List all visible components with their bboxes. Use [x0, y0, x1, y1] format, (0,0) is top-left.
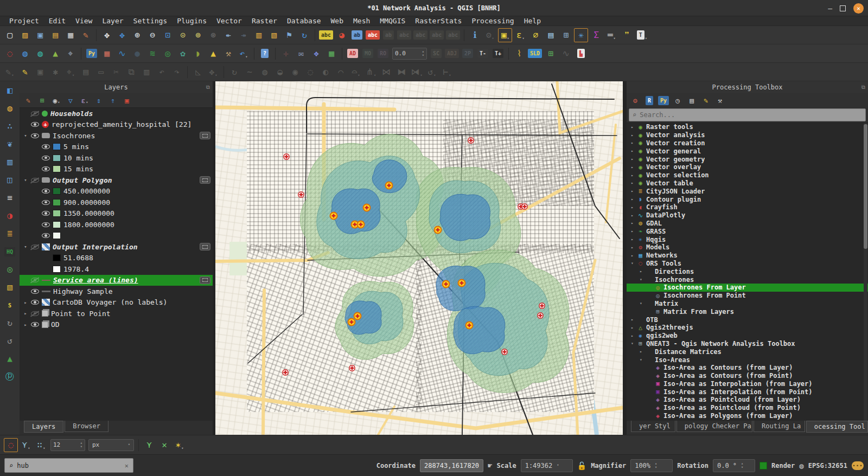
algorithm-iso-area-as-contours-from-point-[interactable]: ◈Iso-Area as Contours (from Point): [627, 372, 868, 380]
qgis2web-button[interactable]: ●: [130, 47, 144, 61]
add-part-button[interactable]: ◒: [273, 65, 287, 79]
select-by-expression-button[interactable]: ε▾: [513, 28, 527, 42]
zoom-full-button[interactable]: ⊡: [161, 28, 175, 42]
new-map-view-button[interactable]: ▥: [252, 28, 266, 42]
zoom-in-button[interactable]: ⊕: [130, 28, 144, 42]
gdrive-plugin-button[interactable]: ▲: [3, 352, 17, 366]
algorithm-qgis2threejs[interactable]: ▸△Qgis2threejs: [627, 324, 868, 332]
layer-labeling-button[interactable]: abc: [318, 28, 334, 42]
messages-icon[interactable]: •••: [852, 461, 864, 470]
filter-legend-button[interactable]: ▽: [65, 94, 76, 106]
move-feature-button[interactable]: ✥▾: [206, 65, 220, 79]
current-edits-button[interactable]: ✎▾: [3, 65, 17, 79]
ors-tools-bottom-button[interactable]: ◌: [4, 438, 18, 452]
expander-icon[interactable]: ▾: [23, 133, 28, 138]
algorithm-matrix-from-layers[interactable]: ⊞Matrix From Layers: [627, 307, 868, 316]
algorithm-vector-selection[interactable]: ▸◉Vector selection: [627, 171, 868, 179]
search-plugin-button[interactable]: ◎: [161, 47, 175, 61]
algorithm-crayfish[interactable]: ▸◖Crayfish: [627, 203, 868, 211]
lock-icon[interactable]: 🔓: [577, 461, 586, 470]
layer-row-1350-0000000[interactable]: 1350.0000000: [20, 208, 213, 220]
simplify-feature-button[interactable]: ∼: [242, 65, 257, 79]
algorithm-dataplotly[interactable]: ▸∿DataPlotly: [627, 211, 868, 220]
menu-project[interactable]: Project: [4, 16, 44, 26]
visibility-eye-icon[interactable]: [42, 144, 50, 149]
map-tips-button[interactable]: ❞: [620, 28, 634, 42]
visibility-eye-icon[interactable]: [42, 156, 50, 160]
add-postgis-layer-button[interactable]: ▥: [3, 155, 17, 169]
bookmarks-button[interactable]: ⚑: [282, 28, 296, 42]
new-print-layout-button[interactable]: ▤: [48, 28, 62, 42]
open-layer-styling-button[interactable]: ✎: [22, 94, 34, 106]
visibility-eye-icon[interactable]: [31, 278, 39, 282]
copy-features-button[interactable]: ⧉: [124, 65, 138, 79]
merge-attributes-button[interactable]: ⧒▾: [410, 65, 424, 79]
visibility-eye-icon[interactable]: [42, 189, 50, 194]
text-bigger-button[interactable]: T+: [491, 47, 505, 61]
layer-row-households[interactable]: Households: [20, 108, 213, 119]
r-scripts-button[interactable]: R: [643, 94, 655, 106]
render-checkbox[interactable]: [760, 462, 767, 469]
tab-browser[interactable]: Browser: [65, 421, 108, 432]
lets-digitize-button[interactable]: ✉: [294, 47, 308, 61]
zoom-to-selection-button[interactable]: ⊙: [176, 28, 190, 42]
cad-mo-button[interactable]: MO: [361, 47, 375, 61]
algorithm-distance-matrices[interactable]: ▸Distance Matrices: [627, 348, 868, 356]
algorithm-iso-area-as-pointcloud-from-layer-[interactable]: ◈Iso-Area as Pointcloud (from Layer): [627, 396, 868, 404]
layout-manager-button[interactable]: ▦: [63, 28, 78, 42]
python-scripts-button[interactable]: Py: [658, 94, 669, 106]
pin-labels-button[interactable]: ab: [350, 28, 364, 42]
add-vector-layer-button[interactable]: ◧: [3, 83, 17, 98]
expander-icon[interactable]: ▾: [23, 177, 28, 183]
layer-row-1800-0000000[interactable]: 1800.0000000: [20, 219, 213, 230]
add-table-button[interactable]: ⊞: [544, 47, 558, 61]
layer-diagram-button[interactable]: ◕: [335, 28, 349, 42]
menu-settings[interactable]: Settings: [129, 16, 173, 26]
maximize-button[interactable]: [840, 5, 846, 11]
split-features-button[interactable]: ⋔▾: [364, 65, 378, 79]
osm-place-search-button[interactable]: ⌖: [63, 47, 78, 61]
visibility-eye-icon[interactable]: [31, 122, 39, 127]
layer-row-reprojected-amenity-hospital-22-[interactable]: +reprojected_amenity_hospital [22]: [20, 119, 213, 131]
algorithm-iso-area-as-pointcloud-from-point-[interactable]: ◈Iso-Area as Pointcloud (from Point): [627, 404, 868, 412]
algorithm-isochrones-from-point[interactable]: ◎Isochrones From Point: [627, 292, 868, 300]
collapse-all-button[interactable]: ⇑: [107, 94, 119, 106]
rotation-field[interactable]: 0.0 °▴▾: [713, 459, 755, 472]
algorithm-grass[interactable]: ▸❧GRASS: [627, 227, 868, 235]
algorithm-iso-areas[interactable]: ▾Iso-Areas: [627, 356, 868, 364]
algorithm-ors-tools[interactable]: ▾◌ORS Tools: [627, 260, 868, 268]
vertex-marker-style-button[interactable]: ⋎▾: [19, 438, 33, 452]
split-parts-button[interactable]: ⋈: [379, 65, 393, 79]
filter-by-expression-button[interactable]: ε▾: [79, 94, 91, 106]
symbol-size-field[interactable]: 12▴▾: [50, 439, 85, 451]
layer-row-isochrones[interactable]: ▾Isochrones: [20, 130, 213, 141]
processing-toolbox-button[interactable]: ✳: [574, 28, 588, 42]
new-3d-map-view-button[interactable]: ▧: [267, 28, 281, 42]
sum-features-button[interactable]: Σ: [589, 28, 603, 42]
cad-adj-button[interactable]: ADJ: [444, 47, 459, 61]
text-annotation-button[interactable]: T▾: [635, 28, 649, 42]
results-viewer-button[interactable]: ▤: [686, 94, 698, 106]
cad-ad-button[interactable]: AD: [346, 47, 360, 61]
expander-icon[interactable]: ▸: [23, 300, 28, 305]
zoom-out-button[interactable]: ⊖: [145, 28, 159, 42]
ors-tools-button[interactable]: ◌: [3, 47, 17, 61]
merge-features-button[interactable]: ⧓: [394, 65, 409, 79]
algorithm-qgis2web[interactable]: ▸✺qgis2web: [627, 332, 868, 340]
algorithm-vector-table[interactable]: ▸◉Vector table: [627, 179, 868, 188]
tab-ocessing-tool[interactable]: ocessing Tool: [806, 421, 868, 433]
advanced-digitizing-button[interactable]: ◺: [191, 65, 205, 79]
visibility-eye-icon[interactable]: [42, 200, 50, 205]
build-tools-button[interactable]: ⚒: [221, 47, 235, 61]
add-web-layer-button[interactable]: ◍: [18, 47, 32, 61]
undo-button[interactable]: ↶: [155, 65, 169, 79]
zoom-next-button[interactable]: ↠: [237, 28, 251, 42]
algorithm-iso-area-as-contours-from-layer-[interactable]: ◈Iso-Area as Contours (from Layer): [627, 364, 868, 372]
fill-ring-button[interactable]: ◉: [288, 65, 302, 79]
crosshair-tool-button[interactable]: ✛: [279, 47, 293, 61]
algorithm-otb[interactable]: ▸OTB: [627, 316, 868, 324]
layer-row-service-area-lines-[interactable]: Service area (lines): [20, 275, 213, 286]
algorithm-matrix[interactable]: ▾Matrix: [627, 300, 868, 308]
algorithm-qneat3-qgis-network-analysis-toolbox[interactable]: ▾⊞QNEAT3 - Qgis Network Analysis Toolbox: [627, 340, 868, 348]
algorithm-raster-tools[interactable]: ▸◉Raster tools: [627, 123, 868, 131]
